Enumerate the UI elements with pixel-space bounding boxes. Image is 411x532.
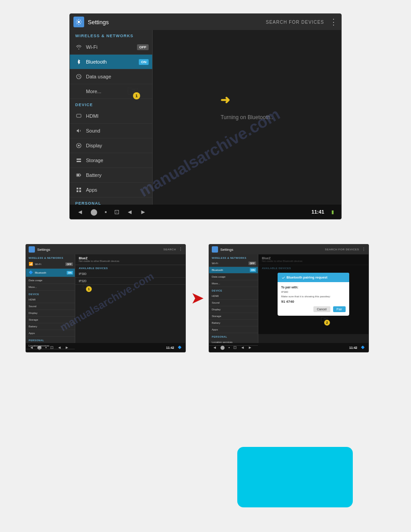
device-sub-2a: Not visible to other Bluetooth devices — [79, 260, 182, 262]
wifi-toggle-off[interactable]: OFF — [137, 44, 149, 50]
home-button[interactable]: ⬤ — [90, 208, 98, 215]
more-label-2a: More... — [29, 286, 37, 288]
device-ip320[interactable]: IP320 — [75, 278, 185, 285]
hdmi-2b[interactable]: HDMI — [209, 293, 258, 300]
wifi-icon — [75, 43, 82, 51]
screenshot-row: Settings SEARCH ⋮ WIRELESS & NETWORKS 📶 … — [26, 244, 369, 352]
wifi-toggle-2a[interactable]: OFF — [65, 262, 73, 266]
personal-2b: PERSONAL — [209, 333, 258, 339]
title-bar: Settings SEARCH FOR DEVICES ⋮ — [70, 14, 341, 30]
wifi-2a[interactable]: 📶 Wi-Fi OFF — [26, 260, 75, 269]
wifi-item[interactable]: Wi-Fi OFF — [70, 40, 152, 55]
data-2b[interactable]: Data usage — [209, 274, 258, 280]
time-2a: 11:42 — [166, 346, 174, 349]
hdmi-item[interactable]: HDMI — [70, 109, 152, 124]
cancel-button[interactable]: Cancel — [313, 306, 330, 312]
data-usage-item[interactable]: Data usage — [70, 69, 152, 84]
recent-2b[interactable]: ▪ — [228, 345, 230, 350]
vd-2b[interactable]: ◄ — [240, 345, 244, 350]
bluetooth-icon — [75, 58, 82, 65]
device-header-2a: BlueZ Not visible to other Bluetooth dev… — [75, 254, 185, 265]
title-bar-title: Settings — [88, 19, 266, 26]
menu-icon[interactable]: ⋮ — [330, 17, 338, 27]
battery-2b[interactable]: Battery — [209, 320, 258, 326]
sound-icon — [75, 127, 82, 134]
search-for-devices-label[interactable]: SEARCH FOR DEVICES — [266, 20, 324, 25]
sound-item[interactable]: Sound — [70, 124, 152, 138]
battery-item[interactable]: Battery — [70, 168, 152, 183]
bt-toggle-2a[interactable]: ON — [67, 271, 73, 275]
wifi-toggle[interactable]: OFF — [137, 44, 149, 50]
display-2b[interactable]: Display — [209, 306, 258, 313]
settings-content: WIRELESS & NETWORKS Wi-Fi OFF — [70, 30, 341, 205]
menu-2a[interactable]: ⋮ — [179, 247, 183, 252]
vol-up-button[interactable]: ► — [140, 208, 146, 215]
back-button[interactable]: ◄ — [77, 208, 83, 215]
touch-indicator-1: ☞ 1 — [126, 82, 139, 99]
more-2b[interactable]: More... — [209, 280, 258, 287]
location-2b[interactable]: Location services — [209, 339, 258, 346]
left-panel-2b: WIRELESS & NETWORKS Wi-Fi OFF Bluetooth … — [209, 254, 258, 343]
vu-2b[interactable]: ► — [248, 345, 252, 350]
title-bar-2a: Settings SEARCH ⋮ — [26, 245, 185, 254]
bluetooth-2a[interactable]: 🔷 Bluetooth ON — [26, 269, 75, 277]
wifi-toggle-2b[interactable]: OFF — [248, 262, 256, 265]
wifi-label-2a: Wi-Fi — [35, 263, 41, 266]
screenshot-1: Settings SEARCH FOR DEVICES ⋮ WIRELESS &… — [69, 13, 342, 219]
bt-toggle-2b[interactable]: ON — [250, 268, 256, 272]
back-2b[interactable]: ◄ — [213, 345, 217, 350]
section-wireless-label: WIRELESS & NETWORKS — [70, 30, 152, 40]
storage-2b[interactable]: Storage — [209, 313, 258, 320]
device-ip300[interactable]: IP300 — [75, 270, 185, 278]
screen-2b[interactable]: ⊡ — [233, 345, 237, 350]
more-2a[interactable]: More... — [26, 284, 75, 291]
bluetooth-item[interactable]: Bluetooth ON — [70, 55, 152, 69]
screenshot-2b: Settings SEARCH FOR DEVICES ⋮ WIRELESS &… — [209, 244, 369, 352]
screenshot-button[interactable]: ⊡ — [114, 208, 120, 215]
sound-2a[interactable]: Sound — [26, 303, 75, 310]
location-2a[interactable]: Location services — [26, 343, 75, 349]
wifi-2b[interactable]: Wi-Fi OFF — [209, 260, 258, 267]
storage-2a[interactable]: Storage — [26, 317, 75, 323]
settings-content-2b: WIRELESS & NETWORKS Wi-Fi OFF Bluetooth … — [209, 254, 368, 343]
wifi-label: Wi-Fi — [86, 44, 98, 50]
home-2b[interactable]: ⬤ — [220, 345, 225, 350]
svg-rect-11 — [79, 188, 81, 189]
display-item[interactable]: Display — [70, 138, 152, 153]
data-2a[interactable]: Data usage — [26, 277, 75, 284]
svg-rect-6 — [77, 161, 81, 162]
section-wireless-2a: WIRELESS & NETWORKS — [26, 254, 75, 260]
apps-item[interactable]: Apps — [70, 183, 152, 197]
display-2a[interactable]: Display — [26, 310, 75, 317]
svg-rect-5 — [77, 159, 81, 160]
data-label-2a: Data usage — [29, 279, 43, 282]
red-arrow: ➤ — [191, 290, 203, 307]
battery-2a[interactable]: Battery — [26, 323, 75, 330]
bluetooth-label-2a: Bluetooth — [35, 271, 46, 274]
sound-2b[interactable]: Sound — [209, 300, 258, 306]
apps-2b[interactable]: Apps — [209, 326, 258, 333]
wifi-icon-2a: 📶 — [29, 262, 33, 266]
data-usage-label: Data usage — [86, 74, 111, 79]
settings-content-2a: WIRELESS & NETWORKS 📶 Wi-Fi OFF 🔷 Blueto… — [26, 254, 185, 343]
title-bar-2b: Settings SEARCH FOR DEVICES ⋮ — [209, 245, 368, 254]
hdmi-2a[interactable]: HDMI — [26, 296, 75, 303]
title-2b: Settings — [220, 248, 325, 252]
passkey-label: Make sure that it is showing this passke… — [281, 295, 346, 298]
left-panel: WIRELESS & NETWORKS Wi-Fi OFF — [70, 30, 153, 205]
vol-down-button[interactable]: ◄ — [127, 208, 133, 215]
apps-label: Apps — [86, 187, 97, 193]
recent-button[interactable]: ▪ — [105, 208, 107, 215]
svg-rect-12 — [77, 190, 78, 192]
storage-item[interactable]: Storage — [70, 153, 152, 168]
dialog-overlay: Bluetooth pairing request To pair with: … — [258, 254, 368, 334]
bluetooth-2b[interactable]: Bluetooth ON — [209, 267, 258, 274]
apps-2a[interactable]: Apps — [26, 330, 75, 337]
bluetooth-toggle-on[interactable]: ON — [139, 59, 149, 65]
pair-button[interactable]: Pair — [333, 306, 346, 312]
device-label-2b: DEVICE — [209, 287, 258, 293]
settings-icon-2b — [212, 246, 218, 253]
menu-2b[interactable]: ⋮ — [362, 247, 366, 252]
bluetooth-toggle[interactable]: ON — [139, 59, 149, 65]
dialog-title: Bluetooth pairing request — [278, 273, 349, 282]
